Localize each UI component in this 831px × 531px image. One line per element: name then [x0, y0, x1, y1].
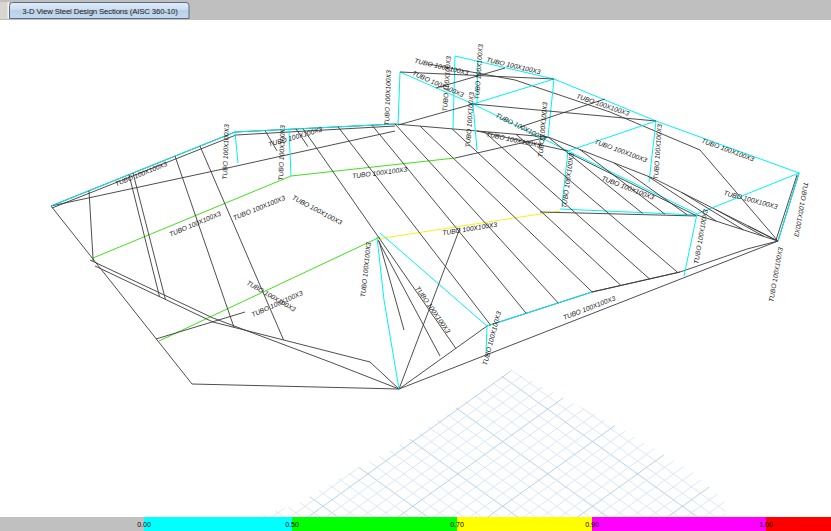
svg-text:0.70: 0.70 — [450, 521, 464, 528]
svg-text:0.00: 0.00 — [137, 521, 151, 528]
svg-text:3-D View Steel Design Section: 3-D View Steel Design Sections (AISC 360… — [22, 7, 178, 16]
svg-text:0.50: 0.50 — [285, 521, 299, 528]
svg-text:0.90: 0.90 — [585, 521, 599, 528]
svg-text:1.00: 1.00 — [759, 521, 773, 528]
